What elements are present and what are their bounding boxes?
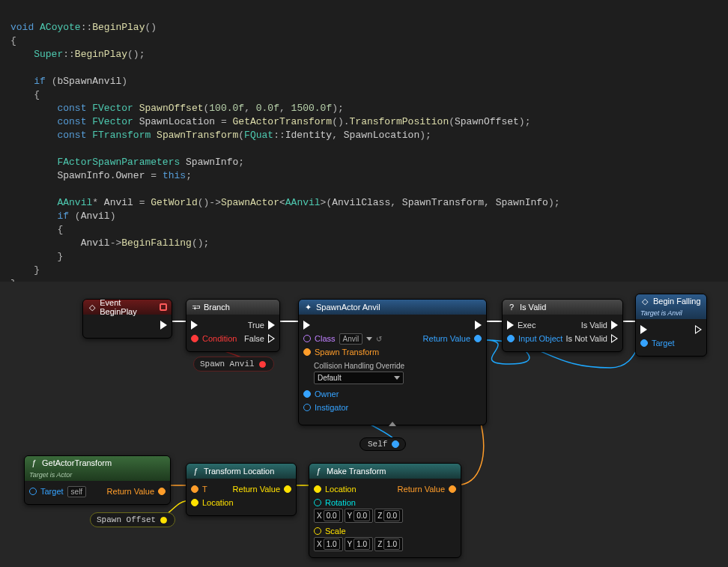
node-getactortransform[interactable]: ƒGetActorTransform Target is Actor Targe… [24, 455, 171, 505]
node-transformlocation[interactable]: ƒ Transform Location T Return Value Loca… [186, 463, 297, 516]
node-header: ? Is Valid [503, 300, 622, 315]
self-label: Self [368, 440, 387, 449]
node-header: ◇Begin Falling Target is Anvil [636, 294, 706, 319]
function-icon: ƒ [191, 467, 200, 476]
collision-dropdown[interactable]: Default [314, 372, 482, 384]
node-header: ƒ Make Transform [309, 464, 461, 479]
class-pin[interactable]: Class Anvil ↺ [303, 333, 382, 345]
return-value-pin[interactable]: Return Value [398, 485, 456, 494]
return-value-pin[interactable]: Return Value [107, 487, 166, 496]
stop-icon [160, 303, 167, 311]
node-title: Transform Location [204, 467, 274, 476]
var-spawn-offset[interactable]: Spawn Offset [90, 512, 175, 527]
collision-label: Collision Handling Override [314, 362, 482, 370]
node-title: Event BeginPlay [100, 298, 156, 316]
node-isvalid[interactable]: ? Is Valid Exec Is Valid Input Object Is… [502, 299, 623, 352]
return-value-pin[interactable]: Return Value [233, 485, 291, 494]
true-out-pin[interactable]: True [248, 321, 275, 330]
instigator-pin[interactable]: Instigator [303, 403, 348, 412]
exec-out-pin[interactable] [695, 325, 702, 334]
node-branch[interactable]: ⮒ Branch True Condition False [186, 299, 280, 352]
t-pin[interactable]: T [191, 485, 207, 494]
isvalid-out-pin[interactable]: Is Valid [581, 321, 618, 330]
exec-in-pin[interactable]: Exec [507, 321, 536, 330]
scale-pin[interactable]: Scale [314, 527, 456, 536]
node-event-beginplay[interactable]: ◇ Event BeginPlay [82, 299, 172, 339]
node-title: Branch [204, 303, 230, 312]
function-icon: ƒ [29, 458, 38, 467]
spawn-icon: ✦ [303, 303, 312, 312]
node-subtitle: Target is Anvil [640, 309, 682, 317]
question-icon: ? [507, 303, 516, 312]
diamond-icon: ◇ [640, 297, 649, 306]
node-header: ◇ Event BeginPlay [83, 300, 172, 315]
branch-icon: ⮒ [191, 303, 200, 312]
function-icon: ƒ [314, 467, 323, 476]
node-title: Begin Falling [653, 297, 701, 306]
var-label: Spawn Offset [97, 515, 156, 524]
return-value-pin[interactable]: Return Value [423, 334, 482, 343]
var-output-pin[interactable] [160, 517, 167, 524]
target-pin[interactable]: Target [640, 339, 675, 348]
var-label: Spawn Anvil [200, 360, 255, 369]
exec-in-pin[interactable] [191, 321, 198, 330]
node-header: ⮒ Branch [186, 300, 279, 315]
condition-pin[interactable]: Condition [191, 334, 237, 343]
blueprint-graph[interactable]: ◇ Event BeginPlay ⮒ Branch True Conditio… [0, 282, 728, 567]
scale-values[interactable]: X 1.0Y 1.0Z 1.0 [314, 537, 456, 551]
node-title: Make Transform [327, 467, 386, 476]
exec-in-pin[interactable] [640, 325, 647, 334]
owner-pin[interactable]: Owner [303, 389, 339, 398]
rotation-pin[interactable]: Rotation [314, 498, 456, 507]
node-title: SpawnActor Anvil [316, 303, 380, 312]
node-header: ✦ SpawnActor Anvil [299, 300, 486, 315]
self-reference[interactable]: Self [360, 437, 406, 451]
expand-icon[interactable] [389, 422, 396, 426]
node-title: GetActorTransform [42, 458, 112, 467]
location-pin[interactable]: Location [314, 485, 357, 494]
node-header: ƒ Transform Location [186, 464, 296, 479]
node-beginfalling[interactable]: ◇Begin Falling Target is Anvil Target [635, 294, 707, 357]
node-maketransform[interactable]: ƒ Make Transform Location Return Value R… [309, 463, 461, 558]
self-output-pin[interactable] [392, 440, 399, 448]
rotation-values[interactable]: X 0.0Y 0.0Z 0.0 [314, 509, 456, 523]
false-out-pin[interactable]: False [244, 334, 275, 343]
input-object-pin[interactable]: Input Object [507, 334, 562, 343]
code-editor: void ACoyote::BeginPlay() { Super::Begin… [0, 0, 728, 298]
target-pin[interactable]: Target self [29, 486, 86, 497]
node-spawnactor[interactable]: ✦ SpawnActor Anvil Class Anvil ↺ Return … [298, 299, 487, 425]
var-spawn-anvil[interactable]: Spawn Anvil [193, 357, 274, 372]
event-icon: ◇ [88, 303, 96, 312]
node-subtitle: Target is Actor [29, 471, 72, 479]
var-output-pin[interactable] [259, 361, 266, 368]
exec-out-pin[interactable] [475, 321, 482, 330]
node-title: Is Valid [520, 303, 546, 312]
node-header: ƒGetActorTransform Target is Actor [25, 456, 170, 481]
spawn-transform-pin[interactable]: Spawn Transform [303, 348, 379, 357]
isnotvalid-out-pin[interactable]: Is Not Valid [566, 334, 618, 343]
exec-in-pin[interactable] [303, 321, 310, 330]
exec-out-pin[interactable] [160, 321, 167, 330]
location-pin[interactable]: Location [191, 498, 234, 507]
